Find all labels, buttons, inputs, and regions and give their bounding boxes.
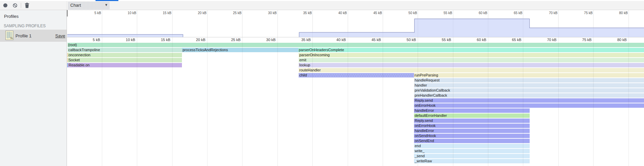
svg-text:%: % — [10, 36, 13, 40]
